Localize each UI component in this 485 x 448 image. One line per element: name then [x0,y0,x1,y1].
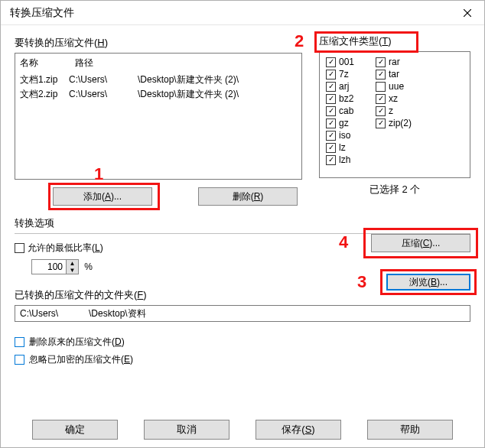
percent-label: % [84,261,93,272]
checkbox-icon [326,70,336,80]
checkbox-icon [376,118,386,128]
files-section: 要转换的压缩文件(H) 名称 路径 文档1.zip C:\Users\\Desk… [15,36,302,206]
type-label: lzh [339,154,350,165]
type-label: gz [339,118,349,128]
titlebar: 转换压缩文件 [1,1,484,25]
file-list-header: 名称 路径 [20,55,297,73]
dialog-window: 转换压缩文件 要转换的压缩文件(H) 名称 路径 文档1.zip C:\User… [0,0,485,448]
close-icon [464,9,471,17]
checkbox-icon [326,155,336,165]
compress-button[interactable]: 压缩(C)... [371,234,470,252]
checkbox-icon [376,70,386,80]
type-checkbox-uue[interactable]: uue [376,81,412,92]
type-checkbox-zip(2)[interactable]: zip(2) [376,118,412,128]
cancel-button[interactable]: 取消 [144,420,229,440]
types-column-1: 0017zarjbz2cabgzisolzlzh [326,57,354,173]
file-buttons: 1 添加(A)... 删除(R) [15,187,302,206]
list-item[interactable]: 文档2.zip C:\Users\\Desktop\新建文件夹 (2)\ [20,87,297,102]
type-label: rar [389,57,400,67]
checkbox-icon [376,94,386,104]
type-checkbox-lzh[interactable]: lzh [326,154,354,165]
files-label: 要转换的压缩文件(H) [15,36,302,50]
col-name: 名称 [20,57,64,70]
checkbox-icon [376,106,386,116]
type-checkbox-rar[interactable]: rar [376,57,412,67]
checkbox-icon [15,355,24,365]
checkbox-icon [326,106,336,116]
type-label: arj [339,81,349,92]
min-rate-checkbox[interactable]: 允许的最低比率(L) [15,242,103,255]
min-rate-input[interactable] [31,259,67,274]
checkbox-icon [326,143,336,153]
checkbox-icon [326,94,336,104]
type-checkbox-gz[interactable]: gz [326,118,354,128]
type-checkbox-iso[interactable]: iso [326,130,354,141]
type-checkbox-arj[interactable]: arj [326,81,354,92]
ok-button[interactable]: 确定 [32,420,118,440]
type-label: 001 [339,57,354,67]
type-label: tar [389,69,399,80]
browse-button[interactable]: 浏览(B)... [386,274,470,291]
type-checkbox-bz2[interactable]: bz2 [326,93,354,104]
selected-count: 已选择 2 个 [319,183,470,196]
folder-input[interactable]: C:\Users\\Desktop\资料 [15,305,470,322]
help-button[interactable]: 帮助 [367,420,453,440]
add-button[interactable]: 添加(A)... [53,187,152,206]
type-checkbox-lz[interactable]: lz [326,142,354,153]
checkbox-icon [376,57,386,67]
list-item[interactable]: 文档1.zip C:\Users\\Desktop\新建文件夹 (2)\ [20,73,297,87]
types-section: 2 压缩文件类型(T) 0017zarjbz2cabgzisolzlzh rar… [319,36,470,206]
conversion-options: 4 压缩(C)... 3 浏览(B)... 允许的最低比 [15,233,470,366]
top-row: 要转换的压缩文件(H) 名称 路径 文档1.zip C:\Users\\Desk… [15,36,470,206]
col-path: 路径 [75,57,93,70]
type-checkbox-cab[interactable]: cab [326,106,354,116]
spinner-down[interactable]: ▼ [67,267,78,274]
checkbox-icon [15,243,24,253]
type-checkbox-z[interactable]: z [376,106,412,116]
dialog-buttons: 确定 取消 保存(S) 帮助 [15,407,470,440]
skip-encrypted-checkbox[interactable]: 忽略已加密的压缩文件(E) [15,353,470,366]
type-checkbox-7z[interactable]: 7z [326,69,354,80]
dialog-body: 要转换的压缩文件(H) 名称 路径 文档1.zip C:\Users\\Desk… [1,25,484,447]
types-listbox: 0017zarjbz2cabgzisolzlzh rartaruuexzzzip… [319,51,470,178]
type-label: z [389,106,393,116]
type-label: uue [389,81,404,92]
type-label: zip(2) [389,118,412,128]
right-button-stack: 4 压缩(C)... 3 浏览(B)... [371,234,470,291]
type-label: iso [339,130,350,141]
type-label: cab [339,106,353,116]
close-button[interactable] [451,1,484,25]
type-label: bz2 [339,93,353,104]
type-label: xz [389,93,398,104]
window-title: 转换压缩文件 [10,6,74,20]
checkbox-icon [326,82,336,92]
type-label: 7z [339,69,349,80]
checkbox-icon [326,57,336,67]
type-checkbox-tar[interactable]: tar [376,69,412,80]
save-button[interactable]: 保存(S) [256,420,341,440]
min-rate-spinner[interactable]: ▲ ▼ [31,259,79,274]
spinner-arrows: ▲ ▼ [67,259,79,274]
checkbox-icon [376,82,386,92]
delete-button[interactable]: 删除(R) [198,187,298,206]
checkbox-icon [326,131,336,141]
type-checkbox-xz[interactable]: xz [376,93,412,104]
type-label: lz [339,142,346,153]
types-label: 压缩文件类型(T) [319,34,470,48]
type-checkbox-001[interactable]: 001 [326,57,354,67]
checkbox-icon [326,118,336,128]
delete-original-checkbox[interactable]: 删除原来的压缩文件(D) [15,336,470,349]
checkbox-icon [15,337,24,347]
file-listbox[interactable]: 名称 路径 文档1.zip C:\Users\\Desktop\新建文件夹 (2… [15,53,302,180]
conv-section-label: 转换选项 [15,216,470,230]
spinner-up[interactable]: ▲ [67,260,78,267]
types-column-2: rartaruuexzzzip(2) [376,57,412,173]
